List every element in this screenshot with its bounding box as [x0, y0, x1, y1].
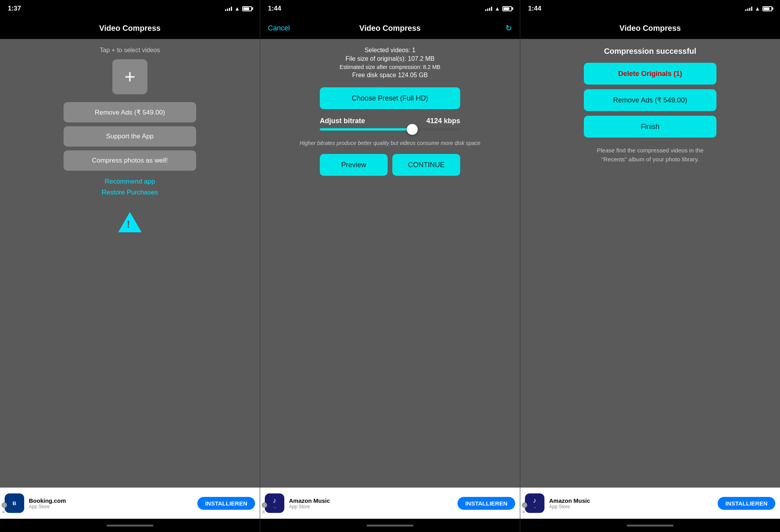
delete-originals-button[interactable]: Delete Originals (1)	[584, 63, 716, 85]
wifi-icon-1: ▲	[234, 5, 240, 12]
signal-icon-1	[225, 6, 232, 11]
status-icons-1: ▲	[225, 5, 252, 12]
ad-text-2: Amazon Music App Store	[289, 497, 453, 509]
amazon-arrow-2: →	[272, 505, 277, 510]
preset-btn-label: Choose Preset (Full HD)	[352, 94, 428, 103]
status-bar-2: 1:44 ▲	[260, 0, 520, 17]
screen2-content: Selected videos: 1 File size of original…	[260, 39, 520, 488]
ad-banner-2: i ✕ ♪ → Amazon Music App Store INSTALLIE…	[260, 488, 520, 519]
status-bar-3: 1:44 ▲	[520, 0, 780, 17]
ad-app-icon-1: B	[5, 493, 24, 513]
preview-label: Preview	[341, 161, 366, 169]
ad-text-1: Booking.com App Store	[29, 497, 193, 509]
home-bar-3	[627, 525, 674, 527]
recommend-link[interactable]: Recommend app	[105, 178, 155, 186]
status-time-2: 1:44	[268, 5, 281, 12]
amazon-arrow-3: →	[532, 505, 537, 510]
home-indicator-1	[0, 519, 260, 532]
home-bar-2	[367, 525, 413, 527]
selected-videos-info: Selected videos: 1	[268, 47, 512, 54]
plus-icon: +	[124, 67, 135, 86]
compress-photos-label: Compress photos as well!	[92, 157, 168, 164]
wifi-icon-2: ▲	[495, 5, 500, 12]
status-bar-1: 1:37 ▲	[0, 0, 260, 17]
signal-icon-3	[745, 6, 752, 11]
install-button-2[interactable]: INSTALLIEREN	[457, 497, 515, 510]
ad-close-icon-2[interactable]: ✕	[262, 509, 266, 515]
remove-ads-button-1[interactable]: Remove Ads (₹ 549.00)	[64, 102, 196, 122]
preview-button[interactable]: Preview	[320, 154, 388, 176]
bitrate-header: Adjust bitrate 4124 kbps	[320, 117, 460, 125]
amazon-music-inner-2: ♪ →	[265, 493, 284, 513]
home-indicator-2	[260, 519, 520, 532]
add-video-button[interactable]: +	[112, 59, 147, 94]
battery-icon-3	[762, 6, 772, 11]
slider-thumb[interactable]	[407, 124, 418, 135]
ad-info-icon-1: i	[2, 502, 7, 508]
warning-icon	[118, 212, 142, 232]
battery-icon-1	[242, 6, 252, 11]
bitrate-value: 4124 kbps	[426, 117, 460, 125]
ad-banner-1: i ✕ B Booking.com App Store INSTALLIEREN	[0, 488, 260, 519]
bitrate-slider[interactable]	[320, 128, 460, 131]
finish-label: Finish	[641, 123, 659, 131]
ad-close-icon-3[interactable]: ✕	[522, 509, 526, 515]
nav-bar-1: Video Compress	[0, 17, 260, 39]
bitrate-section: Adjust bitrate 4124 kbps	[320, 117, 460, 136]
delete-originals-label: Delete Originals (1)	[618, 70, 682, 78]
remove-ads-label-1: Remove Ads (₹ 549.00)	[95, 108, 165, 117]
screen1: 1:37 ▲ Video Compress Tap + to select vi…	[0, 0, 260, 532]
ad-app-icon-3: ♪ →	[525, 493, 544, 513]
signal-icon-2	[485, 6, 492, 11]
ad-text-3: Amazon Music App Store	[549, 497, 713, 509]
success-title: Compression successful	[604, 47, 697, 56]
ad-info-icon-2: i	[262, 502, 267, 508]
ad-app-name-3: Amazon Music	[549, 497, 713, 504]
compress-photos-button[interactable]: Compress photos as well!	[64, 150, 196, 171]
support-app-button[interactable]: Support the App	[64, 126, 196, 147]
free-disk-info: Free disk space 124.05 GB	[268, 72, 512, 79]
status-icons-3: ▲	[745, 5, 772, 12]
ad-info-icon-3: i	[522, 502, 527, 508]
file-size-info: File size of original(s): 107.2 MB	[268, 55, 512, 62]
remove-ads-button-3[interactable]: Remove Ads (₹ 549.00)	[584, 89, 716, 111]
screen3: 1:44 ▲ Video Compress Compression succes…	[520, 0, 780, 532]
music-note-2: ♪	[273, 497, 277, 505]
battery-icon-2	[502, 6, 512, 11]
continue-button[interactable]: CONTINUE	[392, 154, 460, 176]
install-button-1[interactable]: INSTALLIEREN	[197, 497, 255, 510]
bitrate-label: Adjust bitrate	[320, 117, 365, 125]
screen1-content: Tap + to select videos + Remove Ads (₹ 5…	[0, 39, 260, 488]
home-indicator-3	[520, 519, 780, 532]
amazon-music-inner-3: ♪ →	[525, 493, 544, 513]
tap-hint: Tap + to select videos	[100, 47, 160, 54]
nav-title-3: Video Compress	[619, 24, 681, 33]
screen3-content: Compression successful Delete Originals …	[520, 39, 780, 488]
estimated-size-info: Estimated size after compression: 8.2 MB	[268, 64, 512, 70]
ad-source-3: App Store	[549, 504, 713, 509]
status-time-1: 1:37	[8, 5, 21, 12]
restore-purchases-link[interactable]: Restore Purchases	[102, 189, 158, 196]
nav-title-1: Video Compress	[99, 24, 160, 33]
nav-bar-3: Video Compress	[520, 17, 780, 39]
nav-bar-2: Cancel Video Compress ↻	[260, 17, 520, 39]
refresh-icon[interactable]: ↻	[505, 23, 512, 33]
ad-source-2: App Store	[289, 504, 453, 509]
ad-source-1: App Store	[29, 504, 193, 509]
choose-preset-button[interactable]: Choose Preset (Full HD)	[320, 87, 460, 109]
status-time-3: 1:44	[528, 5, 541, 12]
ad-app-name-1: Booking.com	[29, 497, 193, 504]
finish-button[interactable]: Finish	[584, 116, 716, 138]
ad-app-icon-2: ♪ →	[265, 493, 284, 513]
ad-app-name-2: Amazon Music	[289, 497, 453, 504]
cancel-button[interactable]: Cancel	[268, 24, 290, 32]
wifi-icon-3: ▲	[755, 5, 760, 12]
ad-close-icon-1[interactable]: ✕	[2, 509, 5, 515]
install-button-3[interactable]: INSTALLIEREN	[718, 497, 775, 510]
success-note: Please find the compressed videos in the…	[592, 146, 709, 164]
bitrate-note: Higher bitrates produce better quality b…	[300, 140, 480, 146]
action-buttons-row: Preview CONTINUE	[320, 154, 460, 176]
remove-ads-label-3: Remove Ads (₹ 549.00)	[613, 96, 687, 104]
music-note-3: ♪	[533, 497, 537, 505]
video-info-block: Selected videos: 1 File size of original…	[268, 47, 512, 80]
